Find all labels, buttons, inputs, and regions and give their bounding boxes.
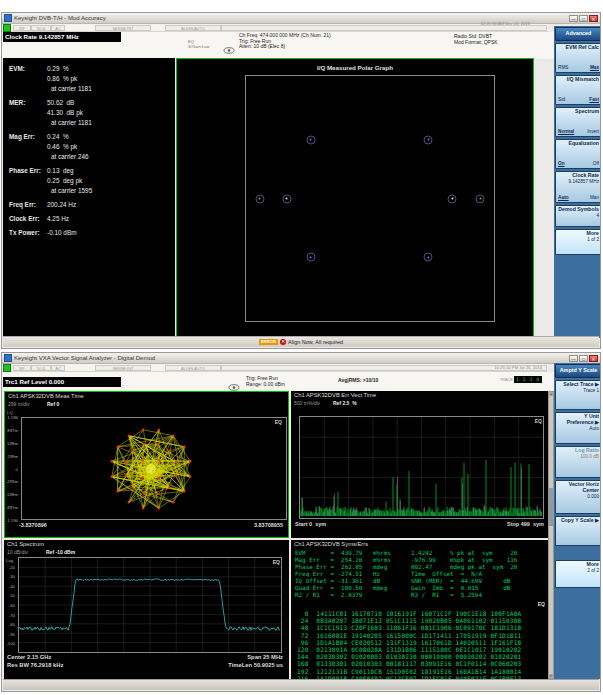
status-message-bar: ERROR ✕ Align Now, All required xyxy=(3,336,599,347)
softkey-value: 9.142857 MHz xyxy=(558,179,599,184)
status-tag: 50 Ω xyxy=(31,365,51,371)
status-led xyxy=(3,24,11,32)
hex-row: 168 01330301 02010303 00181117 03091E16 … xyxy=(297,660,521,667)
alert-message: Align Now, All required xyxy=(288,339,343,345)
softkey-menu: Advanced EVM Ref CalcRMSMaxI/Q MismatchS… xyxy=(554,26,601,338)
summary-left: EVM = 439.79 m%rms xyxy=(295,550,391,556)
metric-value: 4.25 Hz xyxy=(47,214,69,224)
panel-ref: Ref 0 xyxy=(47,401,59,407)
summary-right: 1.4242 % pk at sym 20 xyxy=(411,550,517,556)
softkey-option-right: Fast xyxy=(589,97,599,103)
summary-right: SNR (MER) = 44.699 dB xyxy=(411,578,510,584)
maximize-button[interactable]: □ xyxy=(579,355,588,362)
panel-meas-time[interactable]: Ch1 APSK32DVB Meas Time 299 m/div Ref 0 … xyxy=(4,391,289,538)
eq-tag: EQ xyxy=(538,601,545,607)
hex-row: 120 0213091A 0C08020A 131D1B06 1115180C … xyxy=(297,646,521,653)
eye-icon xyxy=(223,40,235,58)
window-vsa-digital-demod: Keysight VXA Vector Signal Analyzer - Di… xyxy=(1,352,601,692)
scroll-up-icon[interactable]: ▲ xyxy=(549,392,553,396)
x-start-label: Start 0 sym xyxy=(295,521,326,527)
softkey-more[interactable]: More2 of 2 xyxy=(555,560,601,588)
status-tag: RF xyxy=(13,365,31,371)
radio-standard-info: Radio Std: DVBT Mod Format: QPSK xyxy=(454,34,498,45)
softkey-menu-header: Advanced xyxy=(555,27,601,41)
trigger-info: Trig: Free Run Range: 0.00 dBm xyxy=(246,376,285,387)
summary-right: Gain Imb = 0.015 dB xyxy=(411,585,510,591)
softkey-clock-rate[interactable]: Clock Rate9.142857 MHzAutoMan xyxy=(555,171,601,203)
metrics-summary-panel: EVM:0.29 %0.86 % pkat carrier 1181MER:50… xyxy=(3,58,175,338)
metric-group: Phase Err:0.13 deg0.25 deg pkat carrier … xyxy=(3,166,175,196)
softkey-select-trace[interactable]: Select Trace ▶Trace 1 xyxy=(555,380,601,410)
bw-info-row: Res BW 76.2918 kHz TimeLen 50.9025 us xyxy=(7,662,283,668)
y-axis-ticks: 1.196897m598m299m0-299m-598m-897m-1.196 xyxy=(5,417,19,520)
constellation-point xyxy=(448,194,457,203)
summary-left: IQ Offset = -31.361 dB xyxy=(295,578,380,584)
constellation-point xyxy=(424,135,433,144)
softkey-title: Select Trace ▶ xyxy=(558,382,599,388)
softkey-spectrum[interactable]: SpectrumNormalInvert xyxy=(555,107,601,137)
hex-row: 96 1D1A1B04 CE030512 131F1319 1617061D 1… xyxy=(297,639,521,646)
softkey-option-left: Std xyxy=(558,97,565,103)
status-annotation-row: RF50 ΩACSENSE:INTALIGN AUTO xyxy=(2,364,548,372)
measurement-header: Clock Rate 9.142857 MHz EQ S/Gain:Low Ch… xyxy=(2,32,600,59)
active-function-display: Clock Rate 9.142857 MHz xyxy=(3,32,121,42)
softkey-vector-horiz-center[interactable]: Vector Horiz Center0.000 xyxy=(555,480,601,514)
panel-scale: 299 m/div xyxy=(8,401,30,407)
softkey-more[interactable]: More1 of 2 xyxy=(555,229,601,255)
panel-title: Ch1 APSK32DVB Syms/Errs xyxy=(294,541,368,547)
panel-ref: Ref 2.5 % xyxy=(333,400,357,406)
titlebar[interactable]: Keysight VXA Vector Signal Analyzer - Di… xyxy=(2,353,600,364)
status-annotation-row: RF50 ΩACSENSE:INTALIGN AUTO xyxy=(2,24,548,32)
status-tag: AC xyxy=(51,365,65,371)
softkey-y-unit-preference[interactable]: Y Unit Preference ▶Auto xyxy=(555,412,601,444)
panel-title: Ch1 APSK32DVB Meas Time xyxy=(8,393,84,399)
metric-group: EVM:0.29 %0.86 % pkat carrier 1181 xyxy=(3,64,175,94)
close-button[interactable]: ✕ xyxy=(589,355,598,362)
softkey-title: I/Q Mismatch xyxy=(558,77,599,83)
maximize-button[interactable]: □ xyxy=(579,15,588,22)
softkey-equalization[interactable]: EqualizationOnOff xyxy=(555,139,601,169)
softkey-demod-symbols[interactable]: Demod Symbols4 xyxy=(555,205,601,227)
metric-value: at carrier 1181 xyxy=(51,84,92,94)
metric-value: 50.62 dB xyxy=(47,98,74,108)
minimize-button[interactable]: — xyxy=(569,15,578,22)
softkey-title: EVM Ref Calc xyxy=(558,45,599,51)
metric-value: 0.25 deg pk xyxy=(47,176,82,186)
panel-spectrum[interactable]: Ch1 Spectrum 10 dB/div Ref -10 dBm Log -… xyxy=(4,540,289,679)
softkey-i-q-mismatch[interactable]: I/Q MismatchStdFast xyxy=(555,75,601,105)
softkey-value: Trace 1 xyxy=(558,388,599,393)
window-buttons: —□✕ xyxy=(569,15,598,22)
metric-label: Clock Err: xyxy=(9,214,40,224)
panel-scale: 10 dB/div xyxy=(7,549,28,555)
minimize-button[interactable]: — xyxy=(569,355,578,362)
metric-value: 0.24 % xyxy=(47,132,69,142)
summary-left: Quad Err = 100.50 mdeg xyxy=(295,585,387,591)
metric-value: 0.86 % pk xyxy=(47,74,77,84)
panel-err-vect-time[interactable]: Ch1 APSK32DVB Err Vect Time 500 m%/div R… xyxy=(291,391,548,538)
softkey-copy-y-scale[interactable]: Copy Y Scale ▶ xyxy=(555,516,601,546)
softkey-menu: Amptd Y Scale Select Trace ▶Trace 1Y Uni… xyxy=(554,363,601,679)
summary-right: -976.99 m%pk at sym 116 xyxy=(411,557,517,563)
average-indicator: Avg|RMS: >10/10 xyxy=(338,378,378,384)
panel-syms-errs[interactable]: Ch1 APSK32DVB Syms/Errs EQ EVM = 439.79 … xyxy=(291,540,548,679)
softkey-log-ratio[interactable]: Log Ratio100.0 dB xyxy=(555,446,601,478)
x-min-label: -3.8370896 xyxy=(19,522,47,528)
status-led xyxy=(3,364,11,372)
softkey-option-left: Normal xyxy=(558,129,574,135)
softkey-value: 0.000 xyxy=(558,494,599,499)
hex-row: 48 1C1C1913 C20F1603 11061F16 081C1906 0… xyxy=(297,624,521,631)
active-function-display: Trc1 Ref Level 0.000 xyxy=(3,377,121,387)
constellation-point xyxy=(476,194,485,203)
status-tag: ALIGN AUTO xyxy=(165,365,221,371)
close-button[interactable]: ✕ xyxy=(589,15,598,22)
spectrum-plot xyxy=(18,557,282,653)
softkey-evm-ref-calc[interactable]: EVM Ref CalcRMSMax xyxy=(555,43,601,73)
summary-left: Freq Err = -274.51 Hz xyxy=(295,571,380,577)
scrollbar-thumb[interactable] xyxy=(549,488,553,526)
polar-graph-panel[interactable]: I/Q Measured Polar Graph xyxy=(176,58,534,338)
hex-row: 24 0B3A0207 18071E13 051C1115 19020B05 0… xyxy=(297,617,521,624)
metric-group: MER:50.62 dB41.30 dB pkat carrier 1181 xyxy=(3,98,175,128)
hex-row: 72 1616081E 19140205 1615000C 1D171411 1… xyxy=(297,632,521,639)
scroll-down-icon[interactable]: ▼ xyxy=(549,674,553,678)
metric-group: Mag Err:0.24 %0.46 % pkat carrier 246 xyxy=(3,132,175,162)
